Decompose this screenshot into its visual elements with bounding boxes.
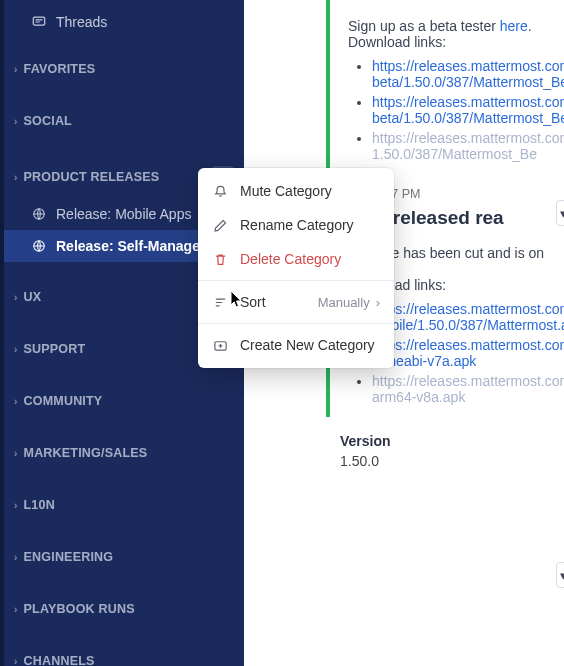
sidebar-threads[interactable]: Threads xyxy=(4,6,244,38)
scroll-indicator-top[interactable]: ▾ xyxy=(556,200,564,226)
post-top: Sign up as a beta tester here. Download … xyxy=(244,0,564,178)
ctx-separator xyxy=(198,323,394,324)
ctx-sort-value: Manually xyxy=(318,295,370,310)
scroll-indicator-mid[interactable]: ▾ xyxy=(556,562,564,588)
threads-icon xyxy=(32,15,46,29)
chevron-right-icon: › xyxy=(14,396,18,407)
ctx-create-label: Create New Category xyxy=(240,337,375,353)
bell-icon xyxy=(212,183,228,199)
post-top-download-label: Download links: xyxy=(348,34,564,50)
download-link[interactable]: beta/1.50.0/387/Mattermost_Be xyxy=(372,110,564,126)
ctx-delete-label: Delete Category xyxy=(240,251,341,267)
trash-icon xyxy=(212,251,228,267)
sidebar-category-label: PLAYBOOK RUNS xyxy=(24,602,135,616)
sidebar-category-label: FAVORITES xyxy=(24,62,96,76)
chevron-right-icon: › xyxy=(14,64,18,75)
chevron-right-icon: › xyxy=(14,448,18,459)
download-link-item: https://releases.mattermost.com1.50.0/38… xyxy=(372,130,564,162)
chevron-right-icon: › xyxy=(14,172,18,183)
sidebar-category-label: COMMUNITY xyxy=(24,394,103,408)
beta-signup-link[interactable]: here xyxy=(500,18,528,34)
download-link[interactable]: beta/1.50.0/387/Mattermost_Be xyxy=(372,74,564,90)
category-context-menu: Mute Category Rename Category Delete Cat… xyxy=(198,168,394,368)
download-link[interactable]: https://releases.mattermost.com xyxy=(372,94,564,110)
sidebar-category[interactable]: ›CHANNELS xyxy=(4,644,244,666)
sidebar-category[interactable]: ›ENGINEERING xyxy=(4,540,244,574)
download-link[interactable]: mobile/1.50.0/387/Mattermost.a xyxy=(372,317,564,333)
sidebar-category-label: SOCIAL xyxy=(24,114,72,128)
ctx-rename-label: Rename Category xyxy=(240,217,354,233)
sidebar-category-label: ENGINEERING xyxy=(24,550,114,564)
sidebar-category-label: CHANNELS xyxy=(24,654,95,666)
ctx-sort-label: Sort xyxy=(240,294,266,310)
sidebar-category[interactable]: ›COMMUNITY xyxy=(4,384,244,418)
sidebar-category[interactable]: ›MARKETING/SALES xyxy=(4,436,244,470)
sidebar-category[interactable]: ›FAVORITES xyxy=(4,52,244,86)
ctx-mute-label: Mute Category xyxy=(240,183,332,199)
globe-icon xyxy=(32,239,46,253)
ctx-rename-category[interactable]: Rename Category xyxy=(198,208,394,242)
folder-plus-icon xyxy=(212,337,228,353)
sidebar-channel-label: Release: Mobile Apps xyxy=(56,206,191,222)
download-link-item: https://releases.mattermost.commobile/1.… xyxy=(372,301,564,333)
sidebar-category-label: L10N xyxy=(24,498,55,512)
pencil-icon xyxy=(212,217,228,233)
download-link-item: https://releases.mattermost.combeta/1.50… xyxy=(372,58,564,90)
sidebar-category[interactable]: ›PLAYBOOK RUNS xyxy=(4,592,244,626)
chevron-right-icon: › xyxy=(376,295,380,310)
post-accent-bar xyxy=(326,0,330,178)
chevron-right-icon: › xyxy=(14,604,18,615)
sidebar-category[interactable]: ›SOCIAL xyxy=(4,104,244,138)
post-top-signup: Sign up as a beta tester here. xyxy=(348,18,564,34)
post-version: Version 1.50.0 xyxy=(244,417,564,469)
sidebar-category-label: PRODUCT RELEASES xyxy=(24,170,160,184)
sort-icon xyxy=(212,294,228,310)
sidebar-category-label: SUPPORT xyxy=(24,342,86,356)
download-link[interactable]: https://releases.mattermost.com xyxy=(372,373,564,389)
ctx-mute-category[interactable]: Mute Category xyxy=(198,174,394,208)
post-version-value: 1.50.0 xyxy=(340,453,564,469)
download-link-item: https://releases.mattermost.comarmeabi-v… xyxy=(372,337,564,369)
download-link[interactable]: https://releases.mattermost.com xyxy=(372,58,564,74)
chevron-right-icon: › xyxy=(14,656,18,667)
sidebar-channel-label: Release: Self-Managed xyxy=(56,238,209,254)
download-link[interactable]: https://releases.mattermost.com xyxy=(372,301,564,317)
ctx-separator xyxy=(198,280,394,281)
download-link[interactable]: 1.50.0/387/Mattermost_Be xyxy=(372,146,537,162)
ctx-create-category[interactable]: Create New Category xyxy=(198,328,394,362)
ctx-sort[interactable]: Sort Manually › xyxy=(198,285,394,319)
chevron-right-icon: › xyxy=(14,344,18,355)
chevron-right-icon: › xyxy=(14,292,18,303)
post-version-key: Version xyxy=(340,433,564,449)
chevron-right-icon: › xyxy=(14,500,18,511)
sidebar-category-label: UX xyxy=(24,290,42,304)
download-link-item: https://releases.mattermost.combeta/1.50… xyxy=(372,94,564,126)
sidebar-category[interactable]: ›L10N xyxy=(4,488,244,522)
globe-icon xyxy=(32,207,46,221)
download-link[interactable]: https://releases.mattermost.com xyxy=(372,337,564,353)
sidebar-category-label: MARKETING/SALES xyxy=(24,446,148,460)
chevron-right-icon: › xyxy=(14,552,18,563)
download-link-item: https://releases.mattermost.comarm64-v8a… xyxy=(372,373,564,405)
svg-rect-0 xyxy=(33,17,44,25)
sidebar-threads-label: Threads xyxy=(56,14,107,30)
download-link[interactable]: https://releases.mattermost.com xyxy=(372,130,564,146)
download-link[interactable]: arm64-v8a.apk xyxy=(372,389,465,405)
ctx-delete-category[interactable]: Delete Category xyxy=(198,242,394,276)
chevron-right-icon: › xyxy=(14,116,18,127)
